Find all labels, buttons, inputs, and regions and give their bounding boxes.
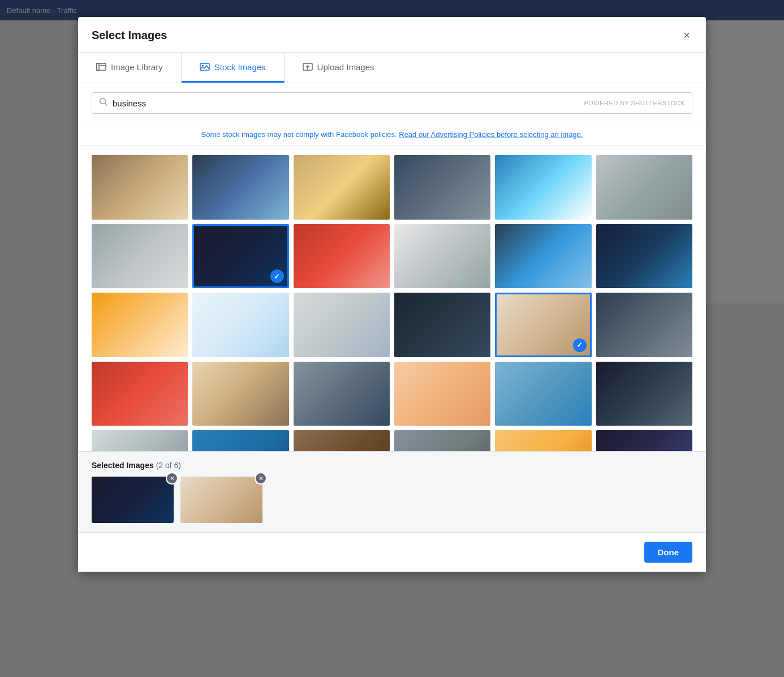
image-cell[interactable]	[394, 155, 490, 220]
svg-rect-0	[97, 63, 106, 70]
image-cell[interactable]	[495, 224, 591, 289]
tab-stock-images[interactable]: Stock Images	[182, 53, 285, 83]
image-cell[interactable]	[394, 224, 490, 289]
image-grid: ✓ ✓	[92, 155, 692, 451]
image-cell[interactable]	[192, 155, 288, 220]
image-cell[interactable]	[294, 224, 390, 289]
selected-thumb-item: ✕	[180, 477, 262, 523]
svg-rect-1	[97, 63, 99, 70]
svg-point-4	[202, 65, 204, 67]
image-cell-selected[interactable]: ✓	[192, 224, 288, 289]
selected-check-badge: ✓	[270, 269, 284, 283]
image-cell[interactable]	[92, 293, 188, 357]
selected-thumb-item: ✕	[92, 477, 174, 523]
select-images-modal: Select Images × Image Library	[78, 17, 706, 572]
image-grid-area[interactable]: ✓ ✓	[78, 146, 706, 451]
image-cell[interactable]	[294, 155, 390, 220]
selected-count: (2 of 6)	[156, 461, 181, 470]
done-button[interactable]: Done	[644, 542, 693, 563]
image-cell[interactable]	[92, 155, 188, 220]
selected-thumb-image-2	[180, 477, 262, 523]
notice-text: Some stock images may not comply with Fa…	[201, 130, 583, 139]
search-box: POWERED BY SHUTTERSTOCK	[92, 92, 692, 114]
image-cell[interactable]	[92, 362, 188, 426]
close-button[interactable]: ×	[681, 27, 692, 43]
image-cell[interactable]	[596, 362, 692, 426]
image-cell[interactable]	[394, 430, 490, 451]
remove-selected-2-button[interactable]: ✕	[255, 472, 267, 485]
image-cell[interactable]	[596, 430, 692, 451]
image-cell[interactable]	[495, 430, 591, 451]
image-cell[interactable]	[596, 224, 692, 289]
selected-header: Selected Images (2 of 6)	[92, 461, 692, 470]
selected-check-badge: ✓	[573, 338, 587, 352]
image-cell[interactable]	[294, 293, 390, 357]
search-container: POWERED BY SHUTTERSTOCK	[78, 83, 706, 123]
svg-point-7	[100, 98, 106, 104]
selected-title: Selected Images	[92, 461, 154, 470]
search-input[interactable]	[113, 98, 584, 108]
svg-line-8	[105, 104, 107, 106]
image-cell[interactable]	[596, 293, 692, 357]
selected-section: Selected Images (2 of 6) ✕ ✕	[78, 451, 706, 532]
image-cell[interactable]	[394, 362, 490, 426]
image-cell[interactable]	[192, 293, 288, 357]
modal-footer: Done	[78, 532, 706, 572]
image-cell-selected[interactable]: ✓	[495, 293, 591, 357]
image-cell[interactable]	[294, 430, 390, 451]
image-library-icon	[96, 62, 106, 72]
tabs-container: Image Library Stock Images Upload Imag	[78, 53, 706, 83]
image-cell[interactable]	[92, 224, 188, 289]
powered-by-label: POWERED BY SHUTTERSTOCK	[584, 100, 685, 106]
modal-title: Select Images	[92, 29, 167, 42]
advertising-policies-link[interactable]: Read our Advertising Policies before sel…	[399, 130, 583, 139]
tab-upload-images[interactable]: Upload Images	[285, 53, 393, 83]
image-cell[interactable]	[495, 362, 591, 426]
tab-stock-images-label: Stock Images	[214, 62, 266, 72]
image-cell[interactable]	[394, 293, 490, 357]
image-cell[interactable]	[294, 362, 390, 426]
modal-header: Select Images ×	[78, 17, 706, 53]
tab-image-library[interactable]: Image Library	[78, 53, 182, 83]
search-icon	[99, 97, 108, 109]
image-cell[interactable]	[596, 155, 692, 220]
image-cell[interactable]	[192, 430, 288, 451]
image-cell[interactable]	[92, 430, 188, 451]
selected-thumb-image-1	[92, 477, 174, 523]
upload-images-icon	[303, 62, 313, 72]
tab-upload-images-label: Upload Images	[317, 62, 374, 72]
remove-selected-1-button[interactable]: ✕	[166, 472, 178, 485]
stock-images-icon	[200, 62, 210, 72]
image-cell[interactable]	[192, 362, 288, 426]
image-cell[interactable]	[495, 155, 591, 220]
tab-image-library-label: Image Library	[111, 62, 163, 72]
selected-thumbs: ✕ ✕	[92, 477, 692, 523]
notice-bar: Some stock images may not comply with Fa…	[78, 123, 706, 146]
